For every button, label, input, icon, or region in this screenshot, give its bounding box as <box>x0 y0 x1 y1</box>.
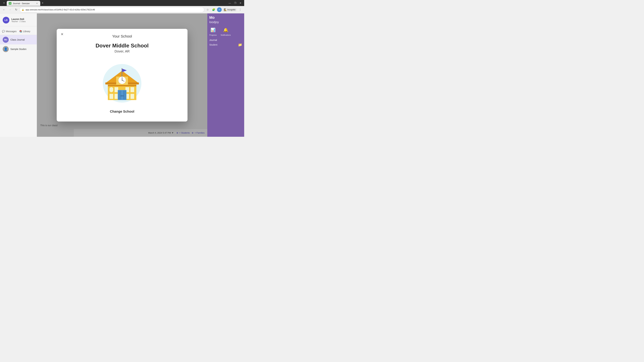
main-area: This is our class! March 4, 2024 5:47 PM… <box>37 13 207 137</box>
lock-icon: 🔒 <box>22 8 24 11</box>
user-info: Lauren Deli Teacher · 1 Class <box>12 18 26 22</box>
user-name: Lauren Deli <box>12 18 26 20</box>
progress-label: Progress <box>209 34 217 36</box>
notifications-label: Notifications <box>221 34 231 36</box>
progress-nav[interactable]: 📊 Progress <box>209 27 217 36</box>
back-button[interactable]: ← <box>1 7 7 12</box>
right-panel-icons: 📊 Progress 🔔 Notifications <box>209 27 242 36</box>
svg-point-10 <box>122 80 122 81</box>
tab-favicon: S <box>9 2 12 5</box>
address-bar[interactable]: 🔒 app.seesaw.me/#/class/class.e01bf4c2-9… <box>20 7 204 12</box>
messages-nav[interactable]: 💬 Messages <box>2 30 16 33</box>
svg-rect-20 <box>130 94 134 99</box>
close-button[interactable]: ✕ <box>238 1 243 5</box>
menu-button[interactable]: ⋮ <box>238 7 243 12</box>
browser-chrome: ▼ S Journal - Seesaw ✕ + — ❐ ✕ ← → ↻ 🔒 a… <box>0 0 244 13</box>
modal-title: Your School <box>64 34 181 38</box>
notifications-icon: 🔔 <box>222 27 229 33</box>
school-location: Dover, AR <box>64 49 181 53</box>
forward-button[interactable]: → <box>8 7 13 12</box>
right-panel-header: Mo <box>209 15 242 20</box>
browser-toolbar: ← → ↻ 🔒 app.seesaw.me/#/class/class.e01b… <box>0 6 244 13</box>
app-content: LD Lauren Deli Teacher · 1 Class 💬 Messa… <box>0 13 244 137</box>
profile-button[interactable]: P <box>217 7 222 12</box>
modal-overlay[interactable]: ✕ Your School Dover Middle School Dover,… <box>37 13 207 137</box>
student-label: Sample Studen <box>10 48 26 50</box>
minimize-button[interactable]: — <box>228 1 232 5</box>
notifications-nav[interactable]: 🔔 Notifications <box>221 27 231 36</box>
sample-student-item[interactable]: 👤 Sample Studen <box>0 44 37 54</box>
refresh-button[interactable]: ↻ <box>14 7 19 12</box>
library-nav[interactable]: 📚 Library <box>19 30 30 33</box>
maximize-button[interactable]: ❐ <box>233 1 238 5</box>
incognito-icon: 🕵️ <box>224 8 226 11</box>
window-controls: — ❐ ✕ <box>228 1 243 5</box>
svg-rect-23 <box>122 90 126 99</box>
folder-icon[interactable]: 📁 <box>238 43 242 47</box>
library-label: Library <box>23 30 30 33</box>
user-role: Teacher · 1 Class <box>12 20 26 22</box>
school-name: Dover Middle School <box>64 42 181 49</box>
incognito-badge: 🕵️ Incognito <box>222 8 237 12</box>
svg-point-25 <box>122 95 124 96</box>
messages-label: Messages <box>6 30 16 33</box>
svg-rect-18 <box>130 87 134 92</box>
right-panel: Mo loodjoy 📊 Progress 🔔 Notifications Jo… <box>207 13 244 137</box>
svg-rect-4 <box>122 68 122 77</box>
svg-rect-22 <box>118 90 122 99</box>
svg-rect-26 <box>108 85 136 86</box>
class-journal-item[interactable]: Mo Class Journal <box>0 35 37 44</box>
progress-icon: 📊 <box>210 27 216 33</box>
right-panel-journal: Journal <box>209 39 242 41</box>
svg-rect-14 <box>114 87 118 92</box>
svg-point-24 <box>120 95 122 96</box>
library-icon: 📚 <box>19 30 22 33</box>
change-school-button[interactable]: Change School <box>64 110 181 113</box>
class-journal-avatar: Mo <box>3 37 9 43</box>
browser-titlebar: ▼ S Journal - Seesaw ✕ + — ❐ ✕ <box>0 0 244 6</box>
svg-rect-13 <box>110 87 113 92</box>
svg-rect-16 <box>114 94 118 99</box>
messages-icon: 💬 <box>2 30 5 33</box>
class-journal-label: Class Journal <box>10 38 25 41</box>
sidebar-user[interactable]: LD Lauren Deli Teacher · 1 Class <box>0 15 37 26</box>
extensions-button[interactable]: 🧩 <box>211 7 216 12</box>
right-panel-subheader: loodjoy <box>209 20 242 24</box>
tab-label: Journal - Seesaw <box>13 2 30 5</box>
new-tab-button[interactable]: + <box>40 1 45 5</box>
svg-rect-15 <box>110 94 113 99</box>
sidebar: LD Lauren Deli Teacher · 1 Class 💬 Messa… <box>0 13 37 137</box>
seesaw-topnav: 💬 Messages 📚 Library <box>0 28 37 35</box>
modal-close-button[interactable]: ✕ <box>59 31 65 37</box>
browser-tab[interactable]: S Journal - Seesaw ✕ <box>7 1 40 6</box>
toolbar-actions: ☆ 🧩 P 🕵️ Incognito ⋮ <box>205 7 243 12</box>
school-illustration <box>64 57 181 104</box>
right-panel-student: Student <box>209 43 217 46</box>
incognito-label: Incognito <box>227 8 236 11</box>
tab-list-btn[interactable]: ▼ <box>1 0 7 6</box>
tab-close-button[interactable]: ✕ <box>36 2 38 5</box>
address-text: app.seesaw.me/#/class/class.e01bf4c2-9a2… <box>26 8 95 11</box>
student-avatar: 👤 <box>3 46 9 52</box>
your-school-modal: ✕ Your School Dover Middle School Dover,… <box>57 29 188 121</box>
bookmark-button[interactable]: ☆ <box>205 7 210 12</box>
user-avatar: LD <box>3 17 10 23</box>
